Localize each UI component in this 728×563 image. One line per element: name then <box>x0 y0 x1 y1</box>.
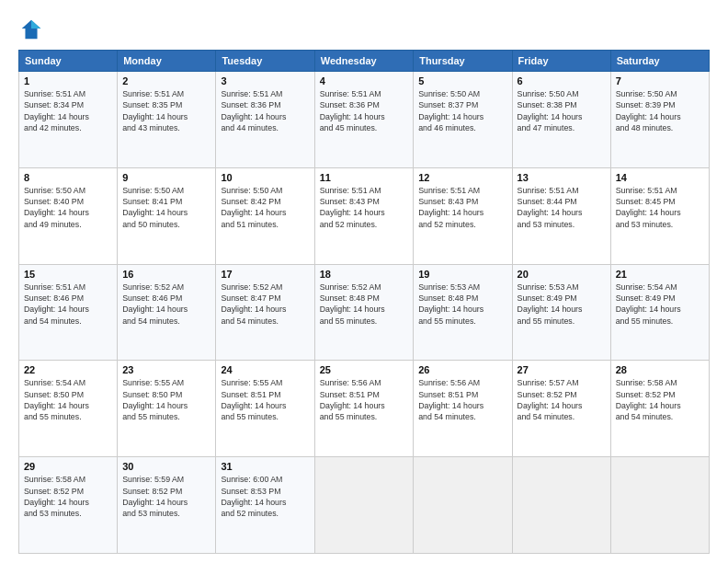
day-info: Sunrise: 5:52 AM Sunset: 8:47 PM Dayligh… <box>221 282 309 327</box>
day-cell <box>610 457 709 554</box>
day-cell: 20Sunrise: 5:53 AM Sunset: 8:49 PM Dayli… <box>512 264 610 361</box>
day-number: 1 <box>24 75 112 86</box>
week-row-4: 22Sunrise: 5:54 AM Sunset: 8:50 PM Dayli… <box>19 361 710 457</box>
header <box>18 17 710 42</box>
day-cell: 2Sunrise: 5:51 AM Sunset: 8:35 PM Daylig… <box>118 72 216 168</box>
calendar-page: SundayMondayTuesdayWednesdayThursdayFrid… <box>0 0 728 563</box>
day-cell: 17Sunrise: 5:52 AM Sunset: 8:47 PM Dayli… <box>216 264 314 361</box>
day-cell: 19Sunrise: 5:53 AM Sunset: 8:48 PM Dayli… <box>414 264 512 361</box>
day-number: 29 <box>24 461 112 472</box>
day-info: Sunrise: 5:51 AM Sunset: 8:46 PM Dayligh… <box>24 282 112 327</box>
day-info: Sunrise: 5:50 AM Sunset: 8:42 PM Dayligh… <box>221 185 309 230</box>
day-cell: 7Sunrise: 5:50 AM Sunset: 8:39 PM Daylig… <box>610 72 709 168</box>
day-number: 11 <box>320 172 409 183</box>
day-info: Sunrise: 5:50 AM Sunset: 8:39 PM Dayligh… <box>616 88 704 133</box>
day-cell <box>414 457 512 554</box>
day-number: 30 <box>122 461 210 472</box>
day-info: Sunrise: 5:51 AM Sunset: 8:45 PM Dayligh… <box>616 185 704 230</box>
day-cell: 15Sunrise: 5:51 AM Sunset: 8:46 PM Dayli… <box>19 264 118 361</box>
day-number: 27 <box>518 364 606 375</box>
weekday-sunday: Sunday <box>19 51 118 72</box>
day-number: 7 <box>616 75 704 86</box>
day-number: 4 <box>320 75 409 86</box>
day-number: 15 <box>24 269 112 280</box>
logo <box>18 17 48 42</box>
day-cell: 16Sunrise: 5:52 AM Sunset: 8:46 PM Dayli… <box>118 264 216 361</box>
day-cell: 26Sunrise: 5:56 AM Sunset: 8:51 PM Dayli… <box>414 361 512 457</box>
day-cell: 8Sunrise: 5:50 AM Sunset: 8:40 PM Daylig… <box>19 167 118 264</box>
weekday-header-row: SundayMondayTuesdayWednesdayThursdayFrid… <box>19 51 710 72</box>
day-cell: 23Sunrise: 5:55 AM Sunset: 8:50 PM Dayli… <box>118 361 216 457</box>
week-row-2: 8Sunrise: 5:50 AM Sunset: 8:40 PM Daylig… <box>19 167 710 264</box>
day-info: Sunrise: 5:53 AM Sunset: 8:49 PM Dayligh… <box>518 282 606 327</box>
day-cell: 5Sunrise: 5:50 AM Sunset: 8:37 PM Daylig… <box>414 72 512 168</box>
logo-icon <box>18 17 44 42</box>
day-number: 9 <box>122 172 210 183</box>
day-number: 31 <box>221 461 309 472</box>
weekday-saturday: Saturday <box>610 51 709 72</box>
day-cell: 25Sunrise: 5:56 AM Sunset: 8:51 PM Dayli… <box>314 361 414 457</box>
day-info: Sunrise: 5:57 AM Sunset: 8:52 PM Dayligh… <box>518 377 606 422</box>
day-cell: 28Sunrise: 5:58 AM Sunset: 8:52 PM Dayli… <box>610 361 709 457</box>
day-number: 3 <box>221 75 309 86</box>
day-cell <box>512 457 610 554</box>
day-info: Sunrise: 5:50 AM Sunset: 8:40 PM Dayligh… <box>24 185 112 230</box>
day-number: 25 <box>320 364 409 375</box>
day-number: 17 <box>221 269 309 280</box>
day-number: 12 <box>418 172 506 183</box>
day-number: 2 <box>122 75 210 86</box>
day-info: Sunrise: 5:51 AM Sunset: 8:43 PM Dayligh… <box>320 185 409 230</box>
day-info: Sunrise: 5:52 AM Sunset: 8:46 PM Dayligh… <box>122 282 210 327</box>
day-info: Sunrise: 5:50 AM Sunset: 8:38 PM Dayligh… <box>518 88 606 133</box>
weekday-friday: Friday <box>512 51 610 72</box>
day-cell: 27Sunrise: 5:57 AM Sunset: 8:52 PM Dayli… <box>512 361 610 457</box>
day-cell: 12Sunrise: 5:51 AM Sunset: 8:43 PM Dayli… <box>414 167 512 264</box>
day-info: Sunrise: 5:56 AM Sunset: 8:51 PM Dayligh… <box>418 377 506 422</box>
day-number: 26 <box>418 364 506 375</box>
day-info: Sunrise: 5:50 AM Sunset: 8:37 PM Dayligh… <box>418 88 506 133</box>
day-number: 16 <box>122 269 210 280</box>
day-info: Sunrise: 5:54 AM Sunset: 8:50 PM Dayligh… <box>24 377 112 422</box>
day-cell: 4Sunrise: 5:51 AM Sunset: 8:36 PM Daylig… <box>314 72 414 168</box>
day-cell: 13Sunrise: 5:51 AM Sunset: 8:44 PM Dayli… <box>512 167 610 264</box>
day-cell: 21Sunrise: 5:54 AM Sunset: 8:49 PM Dayli… <box>610 264 709 361</box>
day-cell: 24Sunrise: 5:55 AM Sunset: 8:51 PM Dayli… <box>216 361 314 457</box>
day-info: Sunrise: 5:55 AM Sunset: 8:51 PM Dayligh… <box>221 377 309 422</box>
week-row-3: 15Sunrise: 5:51 AM Sunset: 8:46 PM Dayli… <box>19 264 710 361</box>
day-number: 14 <box>616 172 704 183</box>
day-number: 23 <box>122 364 210 375</box>
day-cell: 9Sunrise: 5:50 AM Sunset: 8:41 PM Daylig… <box>118 167 216 264</box>
weekday-thursday: Thursday <box>414 51 512 72</box>
day-cell <box>314 457 414 554</box>
week-row-1: 1Sunrise: 5:51 AM Sunset: 8:34 PM Daylig… <box>19 72 710 168</box>
day-info: Sunrise: 5:59 AM Sunset: 8:52 PM Dayligh… <box>122 474 210 519</box>
day-cell: 31Sunrise: 6:00 AM Sunset: 8:53 PM Dayli… <box>216 457 314 554</box>
day-number: 18 <box>320 269 409 280</box>
day-number: 22 <box>24 364 112 375</box>
day-cell: 6Sunrise: 5:50 AM Sunset: 8:38 PM Daylig… <box>512 72 610 168</box>
day-cell: 3Sunrise: 5:51 AM Sunset: 8:36 PM Daylig… <box>216 72 314 168</box>
day-number: 24 <box>221 364 309 375</box>
day-info: Sunrise: 5:56 AM Sunset: 8:51 PM Dayligh… <box>320 377 409 422</box>
day-number: 13 <box>518 172 606 183</box>
day-number: 21 <box>616 269 704 280</box>
calendar-body: 1Sunrise: 5:51 AM Sunset: 8:34 PM Daylig… <box>19 72 710 554</box>
day-info: Sunrise: 5:51 AM Sunset: 8:35 PM Dayligh… <box>122 88 210 133</box>
day-info: Sunrise: 5:51 AM Sunset: 8:36 PM Dayligh… <box>221 88 309 133</box>
weekday-monday: Monday <box>118 51 216 72</box>
week-row-5: 29Sunrise: 5:58 AM Sunset: 8:52 PM Dayli… <box>19 457 710 554</box>
day-info: Sunrise: 5:50 AM Sunset: 8:41 PM Dayligh… <box>122 185 210 230</box>
day-cell: 10Sunrise: 5:50 AM Sunset: 8:42 PM Dayli… <box>216 167 314 264</box>
day-info: Sunrise: 6:00 AM Sunset: 8:53 PM Dayligh… <box>221 474 309 519</box>
day-cell: 11Sunrise: 5:51 AM Sunset: 8:43 PM Dayli… <box>314 167 414 264</box>
calendar-table: SundayMondayTuesdayWednesdayThursdayFrid… <box>18 50 710 554</box>
day-info: Sunrise: 5:54 AM Sunset: 8:49 PM Dayligh… <box>616 282 704 327</box>
weekday-tuesday: Tuesday <box>216 51 314 72</box>
day-cell: 30Sunrise: 5:59 AM Sunset: 8:52 PM Dayli… <box>118 457 216 554</box>
day-cell: 22Sunrise: 5:54 AM Sunset: 8:50 PM Dayli… <box>19 361 118 457</box>
day-cell: 29Sunrise: 5:58 AM Sunset: 8:52 PM Dayli… <box>19 457 118 554</box>
day-info: Sunrise: 5:51 AM Sunset: 8:36 PM Dayligh… <box>320 88 409 133</box>
day-info: Sunrise: 5:53 AM Sunset: 8:48 PM Dayligh… <box>418 282 506 327</box>
day-info: Sunrise: 5:58 AM Sunset: 8:52 PM Dayligh… <box>616 377 704 422</box>
day-info: Sunrise: 5:58 AM Sunset: 8:52 PM Dayligh… <box>24 474 112 519</box>
